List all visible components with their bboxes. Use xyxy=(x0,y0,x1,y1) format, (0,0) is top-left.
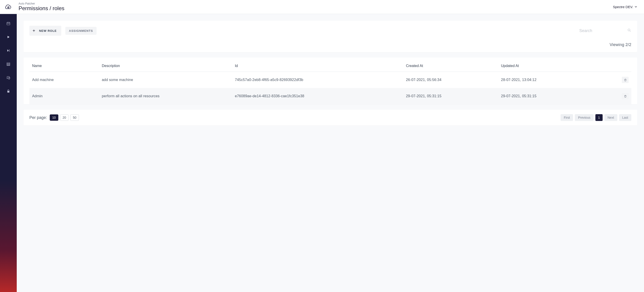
svg-point-12 xyxy=(628,29,630,31)
server-icon xyxy=(6,62,10,66)
col-header-updated: Updated At xyxy=(498,62,593,72)
col-header-created: Created At xyxy=(403,62,498,72)
svg-rect-9 xyxy=(7,64,10,65)
search-icon[interactable] xyxy=(627,28,631,33)
col-header-actions xyxy=(593,62,631,72)
search-input[interactable] xyxy=(579,28,624,33)
delete-button[interactable] xyxy=(622,93,628,99)
plus-icon: + xyxy=(32,28,36,33)
cell-description: add some machine xyxy=(99,72,232,88)
svg-point-4 xyxy=(8,24,8,24)
per-page-label: Per page: xyxy=(30,115,47,120)
play-icon xyxy=(6,35,10,39)
col-header-name: Name xyxy=(30,62,99,72)
pagination-first[interactable]: First xyxy=(560,114,573,121)
cell-name: Add machine xyxy=(30,72,99,88)
pagination-previous[interactable]: Previous xyxy=(575,114,593,121)
cell-name: Admin xyxy=(30,88,99,104)
cell-created-at: 29-07-2021, 05:31:15 xyxy=(403,88,498,104)
cell-actions xyxy=(593,88,631,104)
assignments-label: ASSIGNMENTS xyxy=(69,29,93,32)
trash-icon xyxy=(624,79,627,81)
page-title: Permissions / roles xyxy=(18,5,64,12)
svg-rect-8 xyxy=(7,63,10,64)
lock-icon xyxy=(6,89,10,93)
cell-description: perform all actions on all resources xyxy=(99,88,232,104)
sidebar xyxy=(0,14,17,292)
cloud-sync-icon xyxy=(4,4,12,10)
svg-rect-10 xyxy=(7,65,10,66)
pagination-current[interactable]: 1 xyxy=(596,114,602,121)
main-content: + NEW ROLE ASSIGNMENTS Viewin xyxy=(17,14,644,292)
cell-created-at: 26-07-2021, 05:56:34 xyxy=(403,72,498,88)
col-header-id: Id xyxy=(232,62,404,72)
header: Auto Patcher Permissions / roles Spectre… xyxy=(0,0,644,14)
cell-updated-at: 28-07-2021, 13:04:12 xyxy=(498,72,593,88)
cell-updated-at: 29-07-2021, 05:31:15 xyxy=(498,88,593,104)
svg-point-5 xyxy=(8,24,8,24)
trash-icon xyxy=(624,95,627,98)
org-label: Spectre DEV. xyxy=(613,5,633,9)
per-page-options: 102050 xyxy=(50,114,79,121)
cell-actions xyxy=(593,72,631,88)
toolbar-card: + NEW ROLE ASSIGNMENTS Viewin xyxy=(24,21,637,52)
new-role-button[interactable]: + NEW ROLE xyxy=(30,26,61,36)
cell-id: 745c57a0-2eb8-4f65-a5c9-82693922df3b xyxy=(232,72,404,88)
sidebar-item-servers[interactable] xyxy=(4,61,13,67)
delete-button[interactable] xyxy=(622,77,628,83)
per-page-option-20[interactable]: 20 xyxy=(60,114,69,121)
chat-icon xyxy=(6,76,10,80)
sidebar-item-lock[interactable] xyxy=(4,88,13,94)
pagination-next[interactable]: Next xyxy=(604,114,617,121)
header-titles: Auto Patcher Permissions / roles xyxy=(18,2,64,12)
pagination-controls: First Previous 1 Next Last xyxy=(560,114,631,121)
new-role-label: NEW ROLE xyxy=(39,29,57,32)
per-page: Per page: 102050 xyxy=(30,114,79,121)
app-name: Auto Patcher xyxy=(18,2,64,5)
viewing-count: Viewing 2/2 xyxy=(30,42,631,47)
table-row[interactable]: Add machineadd some machine745c57a0-2eb8… xyxy=(30,72,631,88)
skip-forward-icon xyxy=(6,48,10,53)
chevron-down-icon xyxy=(634,5,637,9)
per-page-option-10[interactable]: 10 xyxy=(50,114,58,121)
per-page-option-50[interactable]: 50 xyxy=(70,114,79,121)
sidebar-item-play[interactable] xyxy=(4,34,13,40)
roles-table: Name Description Id Created At Updated A… xyxy=(30,62,631,104)
svg-rect-11 xyxy=(8,91,10,93)
pagination-card: Per page: 102050 First Previous 1 Next L… xyxy=(24,110,637,126)
header-left: Auto Patcher Permissions / roles xyxy=(4,2,64,12)
svg-point-6 xyxy=(9,24,9,24)
sidebar-item-skip[interactable] xyxy=(4,47,13,54)
pagination-last[interactable]: Last xyxy=(619,114,631,121)
org-switcher[interactable]: Spectre DEV. xyxy=(613,5,638,9)
app-logo[interactable] xyxy=(4,3,12,11)
sidebar-item-chat[interactable] xyxy=(4,74,13,81)
sidebar-item-calendar[interactable] xyxy=(4,20,13,27)
col-header-description: Description xyxy=(99,62,232,72)
cell-id: e76089ae-de14-4812-8336-cae1fc351e38 xyxy=(232,88,404,104)
search-wrap xyxy=(572,28,631,33)
table-row[interactable]: Adminperform all actions on all resource… xyxy=(30,88,631,104)
svg-rect-7 xyxy=(9,49,10,52)
assignments-button[interactable]: ASSIGNMENTS xyxy=(65,27,96,35)
roles-table-card: Name Description Id Created At Updated A… xyxy=(24,58,637,104)
svg-line-13 xyxy=(630,31,631,32)
calendar-icon xyxy=(6,21,10,25)
